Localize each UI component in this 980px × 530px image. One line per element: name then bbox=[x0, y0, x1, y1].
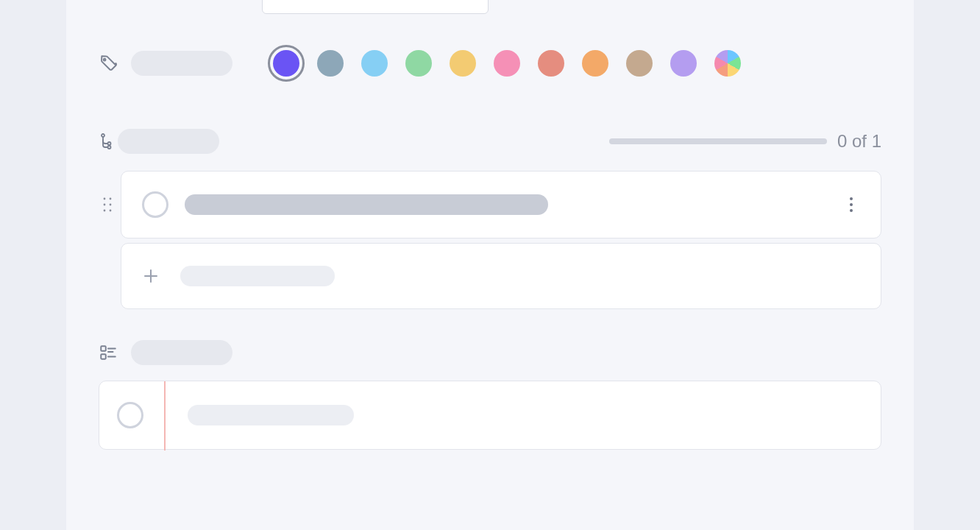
svg-rect-14 bbox=[101, 354, 106, 359]
svg-point-8 bbox=[104, 210, 106, 212]
color-swatch-purple[interactable] bbox=[273, 50, 299, 77]
subtasks-header: 0 of 1 bbox=[99, 129, 881, 154]
svg-point-4 bbox=[104, 198, 106, 200]
color-swatch-tan[interactable] bbox=[626, 50, 653, 77]
color-section bbox=[99, 50, 741, 77]
svg-point-0 bbox=[104, 59, 106, 61]
svg-point-11 bbox=[850, 203, 853, 206]
subtasks-progress-text: 0 of 1 bbox=[837, 131, 881, 152]
color-swatch-lavender[interactable] bbox=[670, 50, 697, 77]
subtasks-progress-bar bbox=[609, 138, 827, 144]
subtask-title-placeholder bbox=[185, 194, 548, 215]
svg-point-12 bbox=[850, 209, 853, 212]
subtasks-label-placeholder bbox=[118, 129, 219, 154]
condition-divider bbox=[164, 381, 166, 451]
plus-icon bbox=[142, 267, 160, 285]
subtask-more-button[interactable] bbox=[842, 196, 860, 213]
conditions-icon bbox=[99, 343, 118, 362]
condition-item[interactable] bbox=[99, 381, 881, 450]
color-swatch-slate[interactable] bbox=[317, 50, 344, 77]
svg-rect-13 bbox=[101, 346, 106, 351]
color-label-placeholder bbox=[131, 51, 232, 76]
conditions-label-placeholder bbox=[131, 340, 232, 365]
svg-point-9 bbox=[110, 210, 112, 212]
svg-point-5 bbox=[110, 198, 112, 200]
editor-panel: 0 of 1 bbox=[66, 0, 914, 530]
subtask-checkbox[interactable] bbox=[142, 191, 168, 218]
conditions-header bbox=[99, 340, 232, 365]
color-swatch-pink[interactable] bbox=[494, 50, 520, 77]
color-swatch-sky[interactable] bbox=[361, 50, 388, 77]
color-swatch-yellow[interactable] bbox=[450, 50, 476, 77]
add-subtask-button[interactable] bbox=[121, 243, 881, 309]
svg-point-6 bbox=[104, 204, 106, 206]
color-swatch-rainbow[interactable] bbox=[714, 50, 741, 77]
svg-point-10 bbox=[850, 197, 853, 200]
color-swatch-green[interactable] bbox=[405, 50, 432, 77]
color-swatches bbox=[273, 50, 741, 77]
color-icon bbox=[99, 54, 118, 73]
condition-checkbox[interactable] bbox=[117, 402, 143, 428]
subtasks-icon bbox=[99, 132, 118, 151]
color-swatch-orange[interactable] bbox=[582, 50, 608, 77]
drag-handle-icon[interactable] bbox=[102, 196, 114, 215]
svg-point-2 bbox=[108, 142, 111, 145]
condition-title-placeholder bbox=[188, 405, 354, 425]
svg-point-7 bbox=[110, 204, 112, 206]
color-swatch-coral[interactable] bbox=[538, 50, 564, 77]
subtask-item[interactable] bbox=[121, 171, 881, 239]
name-input-partial[interactable] bbox=[262, 0, 489, 14]
add-subtask-label-placeholder bbox=[180, 266, 335, 286]
svg-point-3 bbox=[108, 146, 111, 149]
